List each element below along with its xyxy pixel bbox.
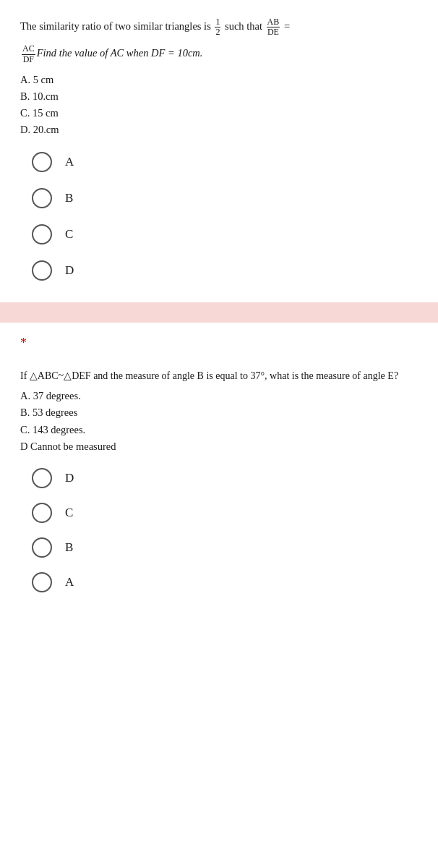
- q1-option-c: C. 15 cm: [20, 105, 418, 122]
- question-1-italic-line: AC DF Find the value of AC when DF = 10c…: [20, 44, 418, 64]
- q2-radio-a-circle[interactable]: [32, 572, 52, 592]
- q2-radio-d-label: D: [65, 471, 74, 485]
- q2-radio-b-circle[interactable]: [32, 537, 52, 558]
- q2-options-list: A. 37 degrees. B. 53 degrees C. 143 degr…: [20, 388, 418, 455]
- q2-radio-c-circle[interactable]: [32, 503, 52, 523]
- q1-option-d: D. 20.cm: [20, 122, 418, 138]
- star-section: *: [0, 323, 438, 358]
- q1-text-part1: The similarity ratio of two similar tria…: [20, 20, 211, 32]
- q1-radio-row-a[interactable]: A: [32, 152, 418, 172]
- q2-radio-d-circle[interactable]: [32, 468, 52, 488]
- q1-italic-text: Find the value of AC when DF = 10cm.: [37, 47, 203, 59]
- q1-radio-a-circle[interactable]: [32, 152, 52, 172]
- q1-radio-b-label: B: [65, 191, 73, 205]
- required-star: *: [20, 336, 27, 350]
- q2-radio-row-c[interactable]: C: [32, 503, 418, 523]
- q2-radio-row-a[interactable]: A: [32, 572, 418, 592]
- q2-radio-options: D C B A: [20, 468, 418, 592]
- q1-radio-a-label: A: [65, 155, 74, 169]
- q2-option-d: D Cannot be measured: [20, 438, 418, 455]
- ab-de-fraction: AB DE: [267, 17, 280, 37]
- q1-radio-c-circle[interactable]: [32, 224, 52, 244]
- q1-equals: =: [284, 20, 290, 32]
- q1-radio-d-circle[interactable]: [32, 260, 52, 281]
- ac-numerator: AC: [22, 44, 35, 54]
- q1-radio-row-c[interactable]: C: [32, 224, 418, 244]
- q1-option-a: A. 5 cm: [20, 72, 418, 88]
- q2-option-c: C. 143 degrees.: [20, 422, 418, 438]
- question-1-block: The similarity ratio of two similar tria…: [0, 0, 438, 295]
- question-2-text: If △ABC~△DEF and the measure of angle B …: [20, 368, 418, 384]
- q2-radio-row-b[interactable]: B: [32, 537, 418, 558]
- q2-main-text: If △ABC~△DEF and the measure of angle B …: [20, 370, 398, 381]
- q1-text-part2: such that: [225, 20, 262, 32]
- q2-option-b: B. 53 degrees: [20, 404, 418, 421]
- ab-numerator: AB: [267, 17, 280, 27]
- q1-radio-b-circle[interactable]: [32, 188, 52, 208]
- question-2-block: If △ABC~△DEF and the measure of angle B …: [0, 358, 438, 607]
- ac-denominator: DF: [22, 55, 35, 64]
- q1-radio-row-d[interactable]: D: [32, 260, 418, 281]
- q1-options-list: A. 5 cm B. 10.cm C. 15 cm D. 20.cm: [20, 72, 418, 139]
- q2-radio-a-label: A: [65, 575, 74, 590]
- q1-option-b: B. 10.cm: [20, 88, 418, 105]
- q2-radio-b-label: B: [65, 540, 73, 555]
- q1-radio-d-label: D: [65, 263, 74, 278]
- q2-radio-c-label: C: [65, 506, 73, 520]
- q2-option-a: A. 37 degrees.: [20, 388, 418, 404]
- q2-radio-row-d[interactable]: D: [32, 468, 418, 488]
- question-1-text: The similarity ratio of two similar tria…: [20, 17, 418, 37]
- section-divider: [0, 302, 438, 323]
- ac-df-fraction: AC DF: [22, 44, 35, 64]
- ab-denominator: DE: [267, 27, 280, 37]
- half-fraction: 1 2: [215, 17, 220, 37]
- q1-radio-row-b[interactable]: B: [32, 188, 418, 208]
- half-denominator: 2: [215, 27, 220, 37]
- q1-radio-c-label: C: [65, 227, 73, 242]
- q1-radio-options: A B C D: [20, 152, 418, 281]
- half-numerator: 1: [215, 17, 220, 27]
